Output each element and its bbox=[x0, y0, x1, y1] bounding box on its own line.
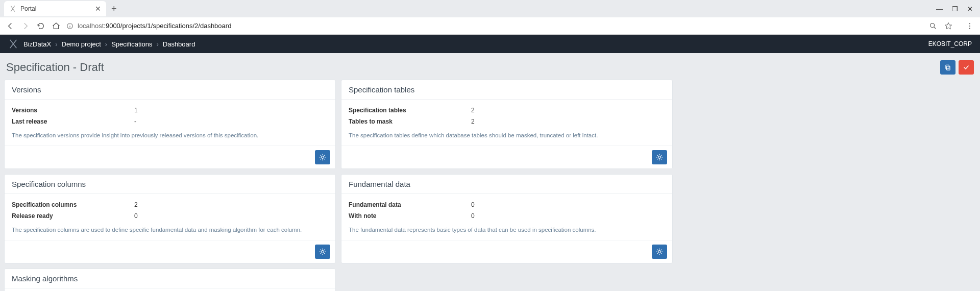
card-row-label: Specification tables bbox=[349, 105, 451, 116]
card-footer bbox=[5, 146, 335, 168]
bookmark-icon[interactable] bbox=[944, 22, 952, 30]
card-row-value: 0 bbox=[114, 210, 328, 222]
nav-forward-icon[interactable] bbox=[21, 22, 30, 30]
card-description: The specification versions provide insig… bbox=[12, 131, 328, 141]
card-row: With note0 bbox=[349, 210, 665, 222]
window-controls: — ❐ ✕ bbox=[936, 5, 980, 13]
gear-icon bbox=[319, 248, 326, 255]
tab-bar: Portal ✕ + — ❐ ✕ bbox=[0, 0, 980, 17]
card-row-value: - bbox=[114, 116, 328, 127]
card-row-label: Tables to mask bbox=[349, 116, 451, 127]
card-row: Specification tables2 bbox=[349, 105, 665, 116]
card-header: Fundamental data bbox=[341, 175, 672, 194]
card-body: Masking algorithms0With note0The masking… bbox=[5, 288, 335, 291]
page-actions bbox=[940, 60, 974, 75]
svg-point-3 bbox=[930, 23, 935, 27]
card-row: Tables to mask2 bbox=[349, 116, 665, 127]
card-settings-button[interactable] bbox=[652, 150, 667, 164]
gear-icon bbox=[319, 154, 326, 161]
card-body: Specification columns2Release ready0The … bbox=[5, 194, 335, 240]
breadcrumb: BizDataX › Demo project › Specifications… bbox=[23, 40, 195, 48]
card-row-label: With note bbox=[349, 210, 451, 222]
card-body: Fundamental data0With note0The fundament… bbox=[341, 194, 672, 240]
card-row-value: 2 bbox=[114, 199, 328, 210]
card-description: The specification columns are used to de… bbox=[12, 226, 328, 236]
card-header: Versions bbox=[5, 80, 335, 100]
card-row-label: Last release bbox=[12, 116, 114, 127]
card-row-value: 2 bbox=[451, 116, 665, 127]
gear-icon bbox=[656, 248, 663, 255]
address-bar[interactable]: localhost:9000/projects/1/specifications… bbox=[66, 22, 923, 30]
window-maximize-icon[interactable]: ❐ bbox=[952, 5, 958, 13]
app-navbar: BizDataX › Demo project › Specifications… bbox=[0, 35, 980, 53]
svg-line-4 bbox=[934, 27, 936, 29]
nav-reload-icon[interactable] bbox=[37, 22, 45, 30]
chevron-right-icon: › bbox=[156, 40, 158, 48]
card-row-label: Release ready bbox=[12, 210, 114, 222]
tab-title: Portal bbox=[20, 5, 91, 12]
dashboard-card: Specification columnsSpecification colum… bbox=[4, 174, 336, 263]
url-path: :9000/projects/1/specifications/2/dashbo… bbox=[104, 22, 231, 30]
breadcrumb-brand[interactable]: BizDataX bbox=[23, 40, 51, 48]
card-title: Specification columns bbox=[12, 180, 328, 188]
svg-point-7 bbox=[969, 28, 970, 29]
svg-rect-8 bbox=[947, 66, 950, 70]
breadcrumb-item-1[interactable]: Specifications bbox=[111, 40, 152, 48]
card-header: Masking algorithms bbox=[5, 269, 335, 288]
user-label[interactable]: EKOBIT_CORP bbox=[928, 40, 972, 47]
copy-button[interactable] bbox=[940, 60, 955, 75]
card-footer bbox=[5, 240, 335, 263]
nav-back-icon[interactable] bbox=[6, 22, 14, 30]
card-row-label: Fundamental data bbox=[349, 199, 451, 210]
card-settings-button[interactable] bbox=[652, 245, 667, 259]
dashboard-card: Specification tablesSpecification tables… bbox=[341, 80, 673, 169]
address-row: localhost:9000/projects/1/specifications… bbox=[0, 17, 980, 35]
page: Specification - Draft VersionsVersions1L… bbox=[0, 53, 980, 291]
card-body: Specification tables2Tables to mask2The … bbox=[341, 100, 672, 146]
breadcrumb-item-2[interactable]: Dashboard bbox=[163, 40, 195, 48]
card-settings-button[interactable] bbox=[315, 245, 330, 259]
nav-home-icon[interactable] bbox=[52, 22, 60, 30]
dashboard-card: VersionsVersions1Last release-The specif… bbox=[4, 80, 336, 169]
card-row-label: Specification columns bbox=[12, 199, 114, 210]
breadcrumb-item-0[interactable]: Demo project bbox=[62, 40, 101, 48]
window-minimize-icon[interactable]: — bbox=[936, 5, 943, 13]
card-footer bbox=[341, 146, 672, 168]
card-footer bbox=[341, 240, 672, 263]
svg-point-6 bbox=[969, 25, 970, 26]
window-close-icon[interactable]: ✕ bbox=[967, 5, 973, 13]
gear-icon bbox=[656, 154, 663, 161]
card-row-value: 2 bbox=[451, 105, 665, 116]
card-row: Last release- bbox=[12, 116, 328, 127]
browser-tab[interactable]: Portal ✕ bbox=[4, 1, 106, 16]
new-tab-button[interactable]: + bbox=[106, 4, 122, 14]
card-row-label: Versions bbox=[12, 105, 114, 116]
app-logo-icon[interactable] bbox=[8, 39, 23, 49]
site-info-icon[interactable] bbox=[66, 22, 74, 30]
page-header: Specification - Draft bbox=[4, 59, 976, 80]
cards-grid: VersionsVersions1Last release-The specif… bbox=[4, 80, 976, 291]
zoom-icon[interactable] bbox=[929, 22, 937, 30]
nav-icons bbox=[6, 22, 60, 30]
card-row-value: 1 bbox=[114, 105, 328, 116]
tab-close-icon[interactable]: ✕ bbox=[95, 5, 101, 13]
card-title: Specification tables bbox=[349, 85, 665, 94]
card-row: Release ready0 bbox=[12, 210, 328, 222]
dashboard-card: Masking algorithmsMasking algorithms0Wit… bbox=[4, 269, 336, 291]
card-title: Versions bbox=[12, 85, 328, 94]
url-host: localhost bbox=[78, 22, 104, 30]
card-title: Fundamental data bbox=[349, 180, 665, 188]
menu-icon[interactable] bbox=[966, 22, 974, 30]
card-row: Specification columns2 bbox=[12, 199, 328, 210]
card-title: Masking algorithms bbox=[12, 274, 328, 283]
card-description: The fundamental data represents basic ty… bbox=[349, 226, 665, 236]
card-body: Versions1Last release-The specification … bbox=[5, 100, 335, 146]
chevron-right-icon: › bbox=[105, 40, 107, 48]
page-title: Specification - Draft bbox=[6, 61, 104, 74]
card-row-value: 0 bbox=[451, 199, 665, 210]
chevron-right-icon: › bbox=[55, 40, 57, 48]
card-row-value: 0 bbox=[451, 210, 665, 222]
confirm-button[interactable] bbox=[959, 60, 974, 75]
card-description: The specification tables define which da… bbox=[349, 131, 665, 141]
card-settings-button[interactable] bbox=[315, 150, 330, 164]
